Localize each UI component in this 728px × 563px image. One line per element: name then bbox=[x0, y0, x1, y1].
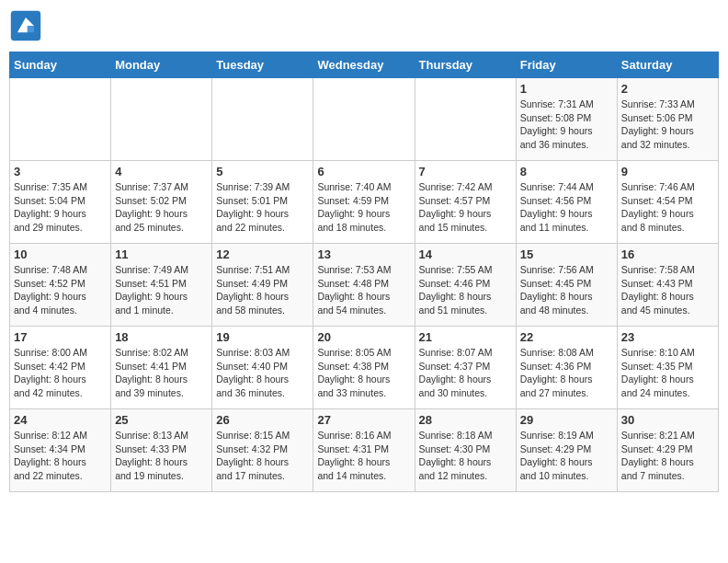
day-number: 9 bbox=[621, 165, 714, 178]
day-number: 12 bbox=[216, 247, 309, 261]
day-info: Sunrise: 8:18 AM Sunset: 4:30 PM Dayligh… bbox=[419, 429, 512, 483]
calendar-week-row: 10Sunrise: 7:48 AM Sunset: 4:52 PM Dayli… bbox=[10, 244, 719, 327]
calendar-cell: 30Sunrise: 8:21 AM Sunset: 4:29 PM Dayli… bbox=[617, 409, 718, 492]
calendar-cell: 11Sunrise: 7:49 AM Sunset: 4:51 PM Dayli… bbox=[111, 244, 212, 327]
calendar-cell: 1Sunrise: 7:31 AM Sunset: 5:08 PM Daylig… bbox=[516, 78, 617, 161]
day-info: Sunrise: 7:35 AM Sunset: 5:04 PM Dayligh… bbox=[14, 180, 107, 235]
day-number: 26 bbox=[216, 413, 309, 427]
day-info: Sunrise: 7:46 AM Sunset: 4:54 PM Dayligh… bbox=[621, 180, 714, 235]
calendar-cell: 12Sunrise: 7:51 AM Sunset: 4:49 PM Dayli… bbox=[212, 244, 313, 327]
day-info: Sunrise: 7:55 AM Sunset: 4:46 PM Dayligh… bbox=[419, 263, 512, 317]
day-number: 19 bbox=[216, 330, 309, 344]
day-info: Sunrise: 7:49 AM Sunset: 4:51 PM Dayligh… bbox=[115, 263, 208, 317]
calendar-cell: 18Sunrise: 8:02 AM Sunset: 4:41 PM Dayli… bbox=[111, 327, 212, 409]
calendar-cell: 22Sunrise: 8:08 AM Sunset: 4:36 PM Dayli… bbox=[516, 327, 617, 409]
calendar-week-row: 3Sunrise: 7:35 AM Sunset: 5:04 PM Daylig… bbox=[10, 161, 719, 244]
calendar-table: SundayMondayTuesdayWednesdayThursdayFrid… bbox=[9, 52, 719, 492]
day-number: 10 bbox=[14, 247, 107, 261]
day-number: 13 bbox=[317, 247, 410, 261]
day-number: 8 bbox=[520, 165, 613, 178]
calendar-cell: 15Sunrise: 7:56 AM Sunset: 4:45 PM Dayli… bbox=[516, 244, 617, 327]
calendar-cell: 17Sunrise: 8:00 AM Sunset: 4:42 PM Dayli… bbox=[10, 327, 111, 409]
calendar-cell: 6Sunrise: 7:40 AM Sunset: 4:59 PM Daylig… bbox=[313, 161, 415, 244]
calendar-cell: 7Sunrise: 7:42 AM Sunset: 4:57 PM Daylig… bbox=[415, 161, 516, 244]
day-info: Sunrise: 8:03 AM Sunset: 4:40 PM Dayligh… bbox=[216, 346, 309, 400]
calendar-cell: 2Sunrise: 7:33 AM Sunset: 5:06 PM Daylig… bbox=[617, 78, 718, 161]
day-number: 1 bbox=[520, 82, 613, 96]
calendar-cell bbox=[313, 78, 415, 161]
day-info: Sunrise: 7:44 AM Sunset: 4:56 PM Dayligh… bbox=[520, 180, 613, 235]
day-header-sunday: Sunday bbox=[10, 52, 111, 78]
day-info: Sunrise: 7:40 AM Sunset: 4:59 PM Dayligh… bbox=[317, 180, 410, 235]
day-number: 15 bbox=[520, 247, 613, 261]
day-info: Sunrise: 8:00 AM Sunset: 4:42 PM Dayligh… bbox=[14, 346, 107, 400]
day-info: Sunrise: 8:08 AM Sunset: 4:36 PM Dayligh… bbox=[520, 346, 613, 400]
day-info: Sunrise: 8:12 AM Sunset: 4:34 PM Dayligh… bbox=[14, 429, 107, 483]
calendar-cell: 14Sunrise: 7:55 AM Sunset: 4:46 PM Dayli… bbox=[415, 244, 516, 327]
day-info: Sunrise: 8:07 AM Sunset: 4:37 PM Dayligh… bbox=[419, 346, 512, 400]
day-number: 30 bbox=[621, 413, 714, 427]
calendar-cell bbox=[111, 78, 212, 161]
day-info: Sunrise: 7:53 AM Sunset: 4:48 PM Dayligh… bbox=[317, 263, 410, 317]
day-info: Sunrise: 7:42 AM Sunset: 4:57 PM Dayligh… bbox=[419, 180, 512, 235]
calendar-week-row: 24Sunrise: 8:12 AM Sunset: 4:34 PM Dayli… bbox=[10, 409, 719, 492]
day-number: 3 bbox=[14, 165, 107, 178]
calendar-cell: 28Sunrise: 8:18 AM Sunset: 4:30 PM Dayli… bbox=[415, 409, 516, 492]
day-number: 25 bbox=[115, 413, 208, 427]
day-number: 18 bbox=[115, 330, 208, 344]
day-info: Sunrise: 7:39 AM Sunset: 5:01 PM Dayligh… bbox=[216, 180, 309, 235]
calendar-cell: 20Sunrise: 8:05 AM Sunset: 4:38 PM Dayli… bbox=[313, 327, 415, 409]
day-info: Sunrise: 8:05 AM Sunset: 4:38 PM Dayligh… bbox=[317, 346, 410, 400]
day-number: 6 bbox=[317, 165, 410, 178]
day-number: 28 bbox=[419, 413, 512, 427]
calendar-cell: 19Sunrise: 8:03 AM Sunset: 4:40 PM Dayli… bbox=[212, 327, 313, 409]
day-number: 11 bbox=[115, 247, 208, 261]
day-number: 16 bbox=[621, 247, 714, 261]
day-number: 29 bbox=[520, 413, 613, 427]
day-info: Sunrise: 8:02 AM Sunset: 4:41 PM Dayligh… bbox=[115, 346, 208, 400]
calendar-cell: 16Sunrise: 7:58 AM Sunset: 4:43 PM Dayli… bbox=[617, 244, 718, 327]
calendar-cell: 13Sunrise: 7:53 AM Sunset: 4:48 PM Dayli… bbox=[313, 244, 415, 327]
day-info: Sunrise: 7:37 AM Sunset: 5:02 PM Dayligh… bbox=[115, 180, 208, 235]
day-number: 24 bbox=[14, 413, 107, 427]
calendar-cell: 10Sunrise: 7:48 AM Sunset: 4:52 PM Dayli… bbox=[10, 244, 111, 327]
calendar-cell: 8Sunrise: 7:44 AM Sunset: 4:56 PM Daylig… bbox=[516, 161, 617, 244]
svg-marker-2 bbox=[28, 26, 34, 32]
day-info: Sunrise: 7:56 AM Sunset: 4:45 PM Dayligh… bbox=[520, 263, 613, 317]
day-header-tuesday: Tuesday bbox=[212, 52, 313, 78]
calendar-cell: 24Sunrise: 8:12 AM Sunset: 4:34 PM Dayli… bbox=[10, 409, 111, 492]
day-header-wednesday: Wednesday bbox=[313, 52, 415, 78]
day-info: Sunrise: 7:51 AM Sunset: 4:49 PM Dayligh… bbox=[216, 263, 309, 317]
day-number: 14 bbox=[419, 247, 512, 261]
calendar-header-row: SundayMondayTuesdayWednesdayThursdayFrid… bbox=[10, 52, 719, 78]
calendar-cell bbox=[415, 78, 516, 161]
calendar-cell: 29Sunrise: 8:19 AM Sunset: 4:29 PM Dayli… bbox=[516, 409, 617, 492]
day-number: 20 bbox=[317, 330, 410, 344]
calendar-cell: 26Sunrise: 8:15 AM Sunset: 4:32 PM Dayli… bbox=[212, 409, 313, 492]
day-info: Sunrise: 7:48 AM Sunset: 4:52 PM Dayligh… bbox=[14, 263, 107, 317]
day-info: Sunrise: 7:31 AM Sunset: 5:08 PM Dayligh… bbox=[520, 98, 613, 152]
day-number: 4 bbox=[115, 165, 208, 178]
day-info: Sunrise: 8:19 AM Sunset: 4:29 PM Dayligh… bbox=[520, 429, 613, 483]
day-number: 22 bbox=[520, 330, 613, 344]
calendar-cell: 5Sunrise: 7:39 AM Sunset: 5:01 PM Daylig… bbox=[212, 161, 313, 244]
day-number: 21 bbox=[419, 330, 512, 344]
logo bbox=[9, 9, 46, 42]
day-number: 7 bbox=[419, 165, 512, 178]
calendar-cell: 25Sunrise: 8:13 AM Sunset: 4:33 PM Dayli… bbox=[111, 409, 212, 492]
calendar-week-row: 1Sunrise: 7:31 AM Sunset: 5:08 PM Daylig… bbox=[10, 78, 719, 161]
day-header-monday: Monday bbox=[111, 52, 212, 78]
calendar-cell: 9Sunrise: 7:46 AM Sunset: 4:54 PM Daylig… bbox=[617, 161, 718, 244]
day-header-saturday: Saturday bbox=[617, 52, 718, 78]
day-info: Sunrise: 8:16 AM Sunset: 4:31 PM Dayligh… bbox=[317, 429, 410, 483]
day-number: 17 bbox=[14, 330, 107, 344]
day-number: 23 bbox=[621, 330, 714, 344]
calendar-cell: 23Sunrise: 8:10 AM Sunset: 4:35 PM Dayli… bbox=[617, 327, 718, 409]
page-header bbox=[9, 9, 719, 42]
day-header-thursday: Thursday bbox=[415, 52, 516, 78]
day-number: 27 bbox=[317, 413, 410, 427]
day-info: Sunrise: 7:58 AM Sunset: 4:43 PM Dayligh… bbox=[621, 263, 714, 317]
day-number: 2 bbox=[621, 82, 714, 96]
calendar-cell: 3Sunrise: 7:35 AM Sunset: 5:04 PM Daylig… bbox=[10, 161, 111, 244]
logo-icon bbox=[9, 9, 42, 42]
